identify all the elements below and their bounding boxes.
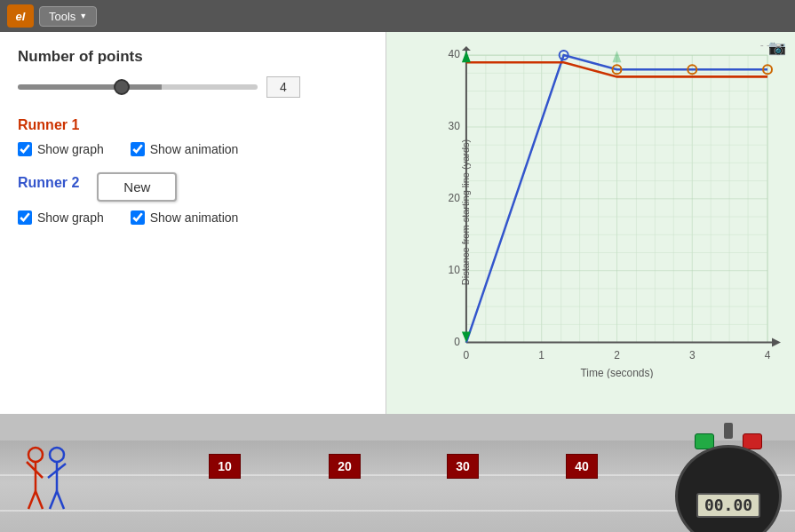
graph-area: Distance from starting line (yards) <box>435 46 781 378</box>
left-panel: Number of points 4 Runner 1 Show graph S… <box>0 32 386 414</box>
yard-marker-30: 30 <box>447 454 479 479</box>
slider-value-display: 4 <box>266 76 300 98</box>
runner2-controls: Show graph Show animation <box>18 210 368 225</box>
y-axis-label: Distance from starting line (yards) <box>460 139 471 285</box>
runner2-show-graph-label: Show graph <box>37 210 104 225</box>
svg-line-67 <box>57 464 66 471</box>
new-button[interactable]: New <box>97 172 177 202</box>
svg-line-66 <box>48 471 57 478</box>
svg-line-68 <box>50 491 57 509</box>
stopwatch-body: 00.00 <box>675 445 782 532</box>
svg-line-63 <box>36 491 43 509</box>
svg-text:1: 1 <box>538 349 545 361</box>
svg-line-62 <box>28 491 36 509</box>
tools-button[interactable]: Tools <box>39 6 97 27</box>
svg-text:3: 3 <box>689 349 696 361</box>
runner1-show-graph-label: Show graph <box>37 142 104 156</box>
runner2-section: Runner 2 New Show graph Show animation <box>18 172 368 225</box>
yard-marker-10: 10 <box>209 454 241 479</box>
graph-svg: 0 10 20 30 40 0 1 2 3 4 Time (seconds) <box>435 46 781 378</box>
svg-marker-38 <box>462 46 471 51</box>
bottom-track: 10 20 30 40 00.00 <box>0 414 795 532</box>
stopwatch-crown <box>724 423 733 439</box>
slider-row: 4 <box>18 76 368 98</box>
runner1-section: Runner 1 Show graph Show animation <box>18 117 368 156</box>
yard-marker-20: 20 <box>329 454 361 479</box>
svg-text:Time (seconds): Time (seconds) <box>581 367 654 378</box>
stopwatch: 00.00 <box>675 423 782 532</box>
runner2-show-graph-checkbox[interactable] <box>18 210 32 225</box>
runner1-show-graph-checkbox[interactable] <box>18 142 32 156</box>
runner2-show-animation-checkbox[interactable] <box>131 210 145 225</box>
runner1-show-graph-item[interactable]: Show graph <box>18 142 104 156</box>
runner2-show-graph-item[interactable]: Show graph <box>18 210 104 225</box>
svg-point-58 <box>28 448 43 462</box>
num-points-slider[interactable] <box>18 84 258 90</box>
runner-figures-svg <box>25 442 78 532</box>
svg-text:30: 30 <box>449 120 461 132</box>
svg-text:40: 40 <box>449 48 461 60</box>
runner1-label: Runner 1 <box>18 117 368 133</box>
runner1-controls: Show graph Show animation <box>18 142 368 156</box>
svg-text:4: 4 <box>765 349 771 361</box>
runner2-show-animation-label: Show animation <box>150 210 239 225</box>
runner2-top-row: Runner 2 New <box>18 172 368 202</box>
graph-panel: - - 📷 Distance from starting line (yards… <box>386 32 795 414</box>
svg-text:0: 0 <box>454 336 460 348</box>
svg-text:2: 2 <box>614 349 620 361</box>
yard-marker-40: 40 <box>566 454 598 479</box>
svg-text:20: 20 <box>449 192 461 204</box>
runner1-show-animation-label: Show animation <box>150 142 239 156</box>
stopwatch-display: 00.00 <box>696 493 760 518</box>
runner2-label: Runner 2 <box>18 175 79 191</box>
runner1-show-animation-checkbox[interactable] <box>131 142 145 156</box>
svg-text:0: 0 <box>464 349 470 361</box>
header: el Tools <box>0 0 795 32</box>
runner2-show-animation-item[interactable]: Show animation <box>131 210 239 225</box>
logo: el <box>7 4 34 28</box>
svg-point-64 <box>50 448 64 462</box>
svg-line-60 <box>27 462 36 471</box>
svg-marker-37 <box>772 338 781 347</box>
svg-line-69 <box>57 491 64 509</box>
svg-text:10: 10 <box>449 264 461 276</box>
runner1-show-animation-item[interactable]: Show animation <box>131 142 239 156</box>
num-points-label: Number of points <box>18 48 368 66</box>
main-area: Number of points 4 Runner 1 Show graph S… <box>0 32 795 414</box>
